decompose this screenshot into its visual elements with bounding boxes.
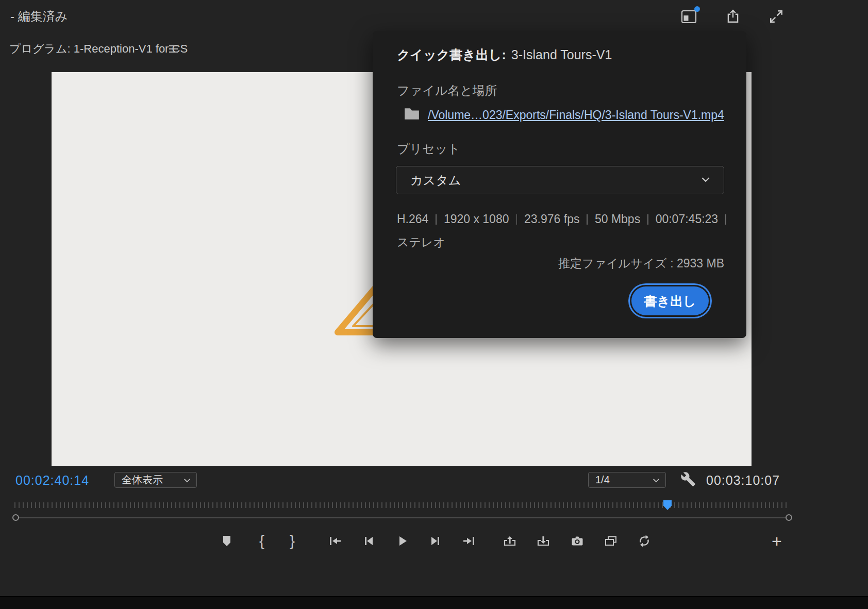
out-timecode: 00:03:10:07 — [706, 473, 780, 488]
go-to-in-button[interactable] — [324, 530, 346, 552]
folder-icon — [404, 107, 420, 121]
export-specs: H.264 1920 x 1080 23.976 fps 50 Mbps 00:… — [397, 212, 731, 250]
loop-playback-button[interactable] — [633, 530, 656, 552]
divider — [725, 214, 726, 225]
spec-framerate: 23.976 fps — [524, 212, 579, 226]
settings-button[interactable] — [679, 470, 697, 488]
divider — [647, 214, 648, 225]
playback-resolution-dropdown[interactable]: 1/4 — [588, 472, 666, 488]
go-to-out-button[interactable] — [458, 530, 480, 552]
estimated-file-size-value: 2933 MB — [677, 257, 724, 270]
panel-menu-button[interactable] — [169, 43, 182, 55]
divider — [587, 214, 588, 225]
play-button[interactable] — [391, 530, 413, 552]
button-editor-add-button[interactable]: + — [765, 530, 788, 552]
estimated-file-size: 推定ファイルサイズ : 2933 MB — [558, 256, 724, 272]
add-marker-button[interactable] — [215, 530, 238, 552]
spec-resolution: 1920 x 1080 — [444, 212, 509, 226]
spec-codec: H.264 — [397, 212, 428, 226]
zoom-scrollbar-left-handle[interactable] — [12, 514, 19, 521]
mark-out-icon: } — [290, 533, 295, 549]
workspace-button[interactable] — [678, 6, 701, 27]
panel-divider — [0, 596, 868, 609]
playhead-marker[interactable] — [663, 500, 672, 510]
current-timecode[interactable]: 00:02:40:14 — [15, 473, 89, 488]
zoom-level-value: 全体表示 — [122, 473, 163, 487]
step-forward-button[interactable] — [424, 530, 447, 552]
playback-resolution-value: 1/4 — [595, 474, 610, 486]
extract-icon — [536, 534, 550, 548]
step-forward-icon — [428, 534, 443, 548]
export-button[interactable]: 書き出し — [631, 286, 709, 315]
mark-out-button[interactable]: } — [281, 530, 304, 552]
program-panel-title: プログラム: 1-Reception-V1 for CS — [9, 41, 188, 57]
chevron-down-icon — [653, 478, 660, 483]
fullscreen-icon — [769, 9, 784, 24]
quick-export-title: クイック書き出し:3-Island Tours-V1 — [397, 46, 612, 63]
loop-icon — [637, 534, 652, 548]
zoom-scrollbar[interactable] — [15, 517, 789, 518]
extract-button[interactable] — [532, 530, 555, 552]
comparison-view-button[interactable] — [599, 530, 622, 552]
play-icon — [395, 534, 409, 548]
preset-label: プリセット — [397, 141, 460, 157]
plus-icon: + — [772, 532, 782, 550]
notification-dot — [694, 6, 700, 12]
lift-button[interactable] — [498, 530, 521, 552]
lift-icon — [503, 534, 517, 548]
marker-icon — [220, 534, 234, 548]
quick-export-popup: クイック書き出し:3-Island Tours-V1 ファイル名と場所 /Vol… — [373, 31, 746, 338]
export-file-path-link[interactable]: /Volume…023/Exports/Finals/HQ/3-Island T… — [428, 108, 724, 122]
estimated-file-size-label: 推定ファイルサイズ : — [558, 257, 674, 270]
file-name-location-label: ファイル名と場所 — [397, 82, 497, 99]
mark-in-icon: { — [259, 533, 264, 549]
wrench-icon — [680, 471, 696, 487]
comparison-view-icon — [604, 534, 618, 548]
chevron-down-icon — [183, 478, 191, 483]
chevron-down-icon — [701, 177, 710, 182]
preset-dropdown-value: カスタム — [410, 172, 461, 189]
hamburger-icon — [169, 45, 178, 46]
spec-duration: 00:07:45:23 — [656, 212, 719, 226]
zoom-level-dropdown[interactable]: 全体表示 — [114, 472, 197, 488]
quick-export-button[interactable] — [722, 6, 744, 27]
quick-export-title-label: クイック書き出し: — [397, 47, 506, 62]
divider — [516, 214, 518, 225]
step-back-button[interactable] — [357, 530, 380, 552]
preset-dropdown[interactable]: カスタム — [396, 166, 724, 194]
camera-icon — [570, 534, 585, 548]
spec-bitrate: 50 Mbps — [595, 212, 640, 226]
share-export-icon — [725, 8, 741, 25]
export-frame-button[interactable] — [566, 530, 589, 552]
quick-export-sequence-name: 3-Island Tours-V1 — [511, 47, 612, 62]
mark-in-button[interactable]: { — [251, 530, 273, 552]
spec-audio: ステレオ — [397, 234, 445, 250]
timeline-ruler[interactable] — [14, 502, 790, 508]
go-to-out-icon — [462, 534, 476, 548]
go-to-in-icon — [328, 534, 342, 548]
divider — [436, 214, 437, 225]
premiere-program-monitor-panel: - 編集済み プログラム: 1-Reception-V1 for CS — [0, 0, 868, 609]
export-button-label: 書き出し — [644, 293, 696, 310]
step-back-icon — [361, 534, 376, 548]
fullscreen-button[interactable] — [765, 6, 788, 27]
window-title: - 編集済み — [10, 8, 68, 25]
zoom-scrollbar-right-handle[interactable] — [786, 514, 792, 521]
